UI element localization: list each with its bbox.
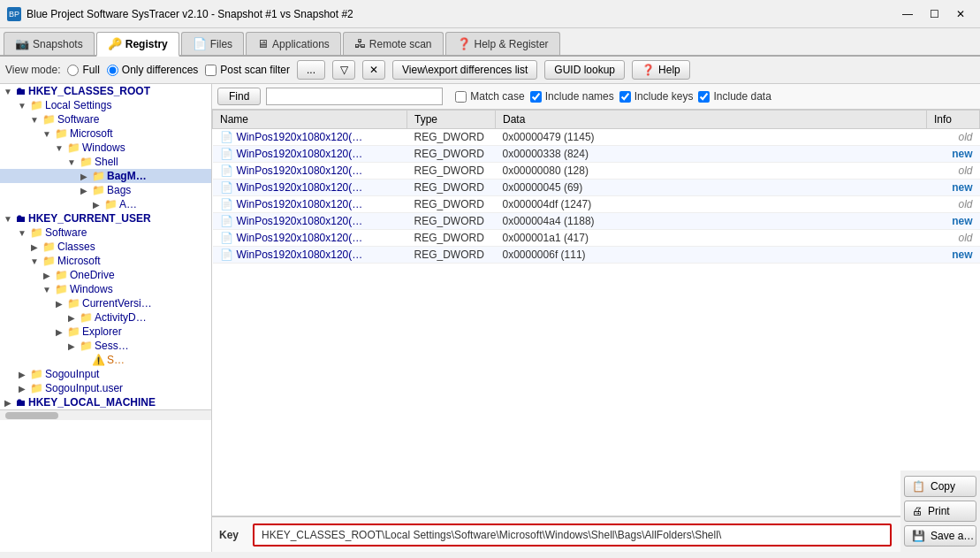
print-button[interactable]: 🖨 Print	[904, 501, 976, 522]
cell-name: 📄WinPos1920x1080x120(…	[213, 163, 407, 180]
expand-software[interactable]: ▼	[28, 113, 41, 126]
folder-icon: 📁	[30, 382, 43, 394]
tab-registry-label: Registry	[125, 38, 168, 50]
expand-sogoui-user[interactable]: ▶	[16, 382, 28, 394]
include-data-group[interactable]: Include data	[698, 90, 771, 103]
guid-lookup-button[interactable]: GUID lookup	[544, 60, 625, 80]
tree-item-onedrive[interactable]: ▶ 📁 OneDrive	[0, 268, 211, 282]
search-input[interactable]	[266, 88, 443, 105]
expand-windows2[interactable]: ▼	[41, 283, 53, 295]
full-radio[interactable]	[67, 65, 79, 76]
tree-panel[interactable]: ▼ 🖿 HKEY_CLASSES_ROOT ▼ 📁 Local Settings…	[0, 84, 212, 552]
expand-microsoft[interactable]: ▼	[41, 127, 53, 140]
view-mode-diff[interactable]: Only differences	[107, 64, 199, 76]
expand-hkcr[interactable]: ▼	[2, 85, 14, 97]
tree-item-software2[interactable]: ▼ 📁 Software	[0, 225, 211, 240]
table-row[interactable]: 📄WinPos1920x1080x120(…REG_DWORD0x000004d…	[213, 196, 980, 213]
view-export-button[interactable]: View\export differences list	[392, 60, 537, 80]
tab-help[interactable]: ❓ Help & Register	[445, 32, 560, 55]
expand-currentver[interactable]: ▶	[53, 297, 65, 310]
tab-snapshots[interactable]: 📷 Snapshots	[4, 32, 95, 55]
table-row[interactable]: 📄WinPos1920x1080x120(…REG_DWORD0x000001a…	[213, 230, 980, 247]
tab-files[interactable]: 📄 Files	[181, 32, 244, 55]
include-names-checkbox[interactable]	[530, 91, 542, 103]
post-scan-checkbox[interactable]	[205, 65, 217, 76]
tree-item-windows[interactable]: ▼ 📁 Windows	[0, 141, 211, 155]
tree-item-explorer[interactable]: ▶ 📁 Explorer	[0, 325, 211, 339]
tree-item-microsoft[interactable]: ▼ 📁 Microsoft	[0, 126, 211, 141]
expand-hkcu[interactable]: ▼	[2, 212, 14, 225]
expand-onedrive[interactable]: ▶	[41, 269, 53, 281]
tree-item-bags[interactable]: ▶ 📁 Bags	[0, 183, 211, 197]
help-button[interactable]: ❓ Help	[632, 60, 690, 80]
tree-item-hkcr[interactable]: ▼ 🖿 HKEY_CLASSES_ROOT	[0, 84, 211, 98]
tree-scrollbar-h[interactable]	[0, 409, 211, 420]
table-row[interactable]: 📄WinPos1920x1080x120(…REG_DWORD0x000004a…	[213, 213, 980, 230]
table-row[interactable]: 📄WinPos1920x1080x120(…REG_DWORD0x0000006…	[213, 247, 980, 264]
view-mode-full[interactable]: Full	[67, 64, 99, 76]
include-data-checkbox[interactable]	[698, 91, 710, 103]
view-mode-label: View mode:	[5, 64, 60, 76]
expand-hklm[interactable]: ▶	[2, 396, 14, 409]
data-table[interactable]: Name Type Data Info 📄WinPos1920x1080x120…	[212, 110, 980, 516]
match-case-group[interactable]: Match case	[455, 90, 524, 103]
expand-classes[interactable]: ▶	[28, 241, 41, 253]
expand-local-settings[interactable]: ▼	[16, 99, 28, 111]
include-keys-group[interactable]: Include keys	[619, 90, 694, 103]
table-row[interactable]: 📄WinPos1920x1080x120(…REG_DWORD0x0000008…	[213, 163, 980, 180]
expand-bags[interactable]: ▶	[78, 184, 90, 196]
ellipsis-button[interactable]: ...	[297, 60, 325, 80]
tab-remote-scan[interactable]: 🖧 Remote scan	[343, 32, 444, 55]
tree-item-microsoft2[interactable]: ▼ 📁 Microsoft	[0, 254, 211, 268]
table-row[interactable]: 📄WinPos1920x1080x120(…REG_DWORD0x0000033…	[213, 146, 980, 163]
clear-filter-button[interactable]: ✕	[362, 60, 385, 80]
expand-activityd[interactable]: ▶	[65, 311, 78, 324]
tab-applications[interactable]: 🖥 Applications	[246, 32, 341, 55]
expand-microsoft2[interactable]: ▼	[28, 255, 41, 267]
tree-item-activityd[interactable]: ▶ 📁 ActivityD…	[0, 310, 211, 325]
expand-explorer[interactable]: ▶	[53, 325, 65, 338]
scrollbar-thumb[interactable]	[5, 412, 58, 419]
tree-item-local-settings[interactable]: ▼ 📁 Local Settings	[0, 98, 211, 112]
tree-item-bagm[interactable]: ▶ 📁 BagM…	[0, 169, 211, 183]
match-case-checkbox[interactable]	[455, 91, 467, 103]
tree-item-windows2[interactable]: ▼ 📁 Windows	[0, 282, 211, 296]
include-keys-checkbox[interactable]	[619, 91, 631, 103]
tree-item-sogoui-user[interactable]: ▶ 📁 SogouInput.user	[0, 381, 211, 395]
tree-item-software[interactable]: ▼ 📁 Software	[0, 112, 211, 126]
app-title: Blue Project Software SysTracer v2.10 - …	[27, 8, 353, 20]
minimize-button[interactable]: —	[895, 5, 920, 23]
expand-sess[interactable]: ▶	[65, 340, 78, 352]
tree-item-classes[interactable]: ▶ 📁 Classes	[0, 240, 211, 254]
expand-s[interactable]	[78, 354, 90, 366]
filter-button[interactable]: ▽	[332, 60, 355, 80]
tree-item-sess[interactable]: ▶ 📁 Sess…	[0, 339, 211, 353]
expand-bagm[interactable]: ▶	[78, 170, 90, 182]
expand-shell[interactable]: ▼	[65, 156, 78, 168]
tree-item-s[interactable]: ⚠️ S…	[0, 353, 211, 367]
tree-item-sogoui[interactable]: ▶ 📁 SogouInput	[0, 367, 211, 381]
copy-button[interactable]: 📋 Copy	[904, 476, 976, 497]
tree-item-hkcu[interactable]: ▼ 🖿 HKEY_CURRENT_USER	[0, 211, 211, 225]
include-names-group[interactable]: Include names	[530, 90, 614, 103]
tree-item-currentver[interactable]: ▶ 📁 CurrentVersi…	[0, 296, 211, 310]
expand-windows[interactable]: ▼	[53, 141, 65, 154]
save-button[interactable]: 💾 Save a…	[904, 525, 976, 547]
snapshots-icon: 📷	[15, 37, 29, 50]
expand-a[interactable]: ▶	[90, 198, 103, 210]
cell-data: 0x00000479 (1145)	[496, 129, 927, 146]
find-button[interactable]: Find	[217, 88, 261, 105]
tab-registry[interactable]: 🔑 Registry	[96, 32, 179, 57]
expand-sogoui[interactable]: ▶	[16, 368, 28, 380]
tree-item-shell[interactable]: ▼ 📁 Shell	[0, 155, 211, 169]
tree-item-hklm[interactable]: ▶ 🖿 HKEY_LOCAL_MACHINE	[0, 395, 211, 409]
col-header-info: Info	[927, 111, 980, 129]
table-row[interactable]: 📄WinPos1920x1080x120(…REG_DWORD0x0000047…	[213, 129, 980, 146]
table-row[interactable]: 📄WinPos1920x1080x120(…REG_DWORD0x0000004…	[213, 180, 980, 196]
close-button[interactable]: ✕	[948, 5, 973, 23]
only-diff-radio[interactable]	[107, 65, 118, 76]
post-scan-checkbox-group[interactable]: Post scan filter	[205, 64, 290, 76]
expand-software2[interactable]: ▼	[16, 226, 28, 239]
tree-item-a[interactable]: ▶ 📁 A…	[0, 197, 211, 211]
maximize-button[interactable]: ☐	[922, 5, 946, 23]
